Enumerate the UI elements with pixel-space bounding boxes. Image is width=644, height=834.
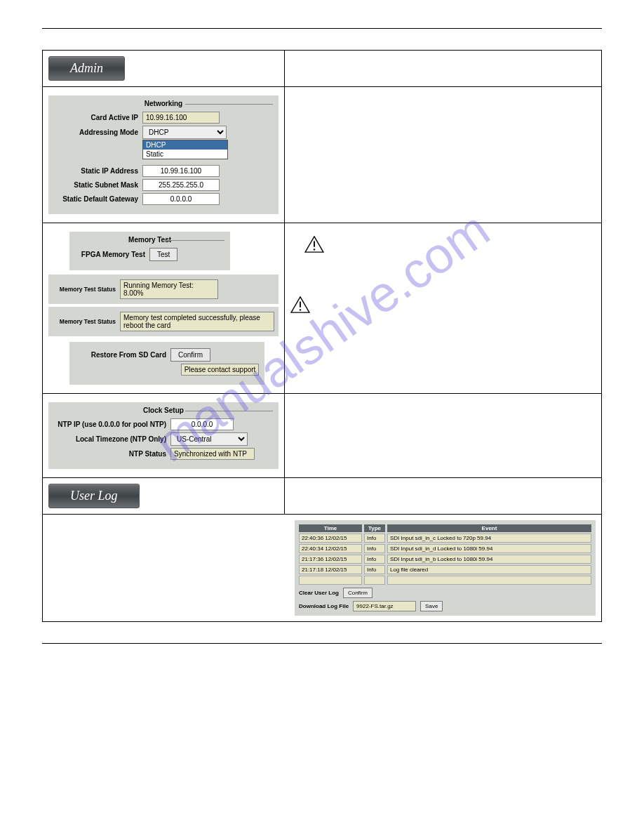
memory-status2-value: Memory test completed successfully, plea… (120, 312, 274, 331)
memory-status1-label: Memory Test Status (53, 286, 116, 293)
log-cell-type (364, 576, 385, 585)
clock-cell: Clock Setup NTP IP (use 0.0.0.0 for pool… (43, 394, 285, 478)
gateway-input[interactable] (142, 193, 220, 205)
content-table: Admin Networking Card Active IP 10.99.16… (42, 50, 602, 622)
log-row: 22:40:34 12/02/15 Info SDI Input sdi_in_… (299, 544, 591, 553)
memory-status2-panel: Memory Test Status Memory test completed… (48, 307, 279, 336)
subnet-input[interactable] (142, 179, 220, 191)
ntp-status-label: NTP Status (54, 450, 166, 458)
restore-confirm-button[interactable]: Confirm (170, 348, 210, 362)
log-cell-type: Info (364, 565, 385, 574)
clock-desc-cell (285, 394, 602, 478)
static-ip-input[interactable] (142, 165, 220, 177)
download-log-save-button[interactable]: Save (420, 601, 443, 611)
subnet-label: Static Subnet Mask (54, 181, 138, 189)
memory-heading: Memory Test (75, 236, 224, 244)
warning-icon (304, 236, 324, 253)
admin-tab-desc-cell (285, 51, 602, 87)
userlog-tab-cell: User Log (43, 478, 285, 515)
networking-heading: Networking (54, 100, 273, 107)
timezone-select[interactable]: US-Central (170, 432, 248, 446)
log-cell-event: Log file cleared (387, 565, 591, 574)
svg-point-1 (314, 249, 315, 250)
addressing-mode-option-static[interactable]: Static (143, 150, 227, 159)
ntp-ip-input[interactable] (170, 418, 234, 430)
log-cell-time: 22:40:34 12/02/15 (299, 544, 362, 553)
log-cell-event: SDI Input sdi_in_b Locked to 1080i 59.94 (387, 555, 591, 564)
ntp-status-value: Synchronized with NTP (170, 448, 255, 460)
restore-msg: Please contact support (181, 364, 260, 376)
clock-heading: Clock Setup (54, 406, 273, 414)
card-active-ip-value: 10.99.16.100 (142, 112, 220, 124)
card-active-ip-label: Card Active IP (54, 114, 138, 121)
download-log-label: Download Log File (299, 603, 349, 609)
static-ip-label: Static IP Address (54, 167, 138, 175)
log-cell-type: Info (364, 544, 385, 553)
userlog-panel: Time Type Event 22:40:36 12/02/15 Info S… (295, 520, 596, 616)
log-header-event: Event (387, 524, 591, 532)
memory-status1-value: Running Memory Test: 8.00% (120, 279, 218, 299)
restore-label: Restore From SD Card (75, 351, 166, 359)
log-header-time: Time (299, 524, 362, 532)
clock-panel: Clock Setup NTP IP (use 0.0.0.0 for pool… (48, 402, 279, 469)
addressing-mode-label: Addressing Mode (54, 128, 138, 136)
download-log-file: 9922-FS.tar.gz (353, 601, 416, 611)
svg-point-3 (300, 309, 301, 310)
fpga-label: FPGA Memory Test (75, 251, 145, 258)
memory-cell: Memory Test FPGA Memory Test Test Memory… (43, 223, 285, 394)
userlog-cell: Time Type Event 22:40:36 12/02/15 Info S… (43, 515, 602, 622)
log-row: 22:40:36 12/02/15 Info SDI Input sdi_in_… (299, 534, 591, 543)
warning-icon (290, 296, 310, 313)
clear-log-button[interactable]: Confirm (343, 588, 373, 598)
log-cell-event (387, 576, 591, 585)
memory-desc-cell (285, 223, 602, 394)
log-header-type: Type (364, 524, 385, 532)
gateway-label: Static Default Gateway (54, 195, 138, 203)
test-button[interactable]: Test (149, 248, 177, 261)
log-cell-event: SDI Input sdi_in_d Locked to 1080i 59.94 (387, 544, 591, 553)
log-cell-time: 21:17:36 12/02/15 (299, 555, 362, 564)
addressing-mode-option-dhcp[interactable]: DHCP (143, 140, 227, 150)
top-rule (42, 28, 602, 29)
addressing-mode-dropdown[interactable]: DHCP Static (142, 140, 228, 159)
log-cell-time: 22:40:36 12/02/15 (299, 534, 362, 543)
timezone-label: Local Timezone (NTP Only) (54, 435, 166, 443)
admin-tab-cell: Admin (43, 51, 285, 87)
memory-status2-label: Memory Test Status (53, 318, 116, 325)
ntp-ip-label: NTP IP (use 0.0.0.0 for pool NTP) (54, 421, 166, 428)
log-cell-time: 21:17:18 12/02/15 (299, 565, 362, 574)
admin-tab[interactable]: Admin (48, 56, 125, 81)
networking-desc-cell (285, 87, 602, 223)
log-cell-type: Info (364, 534, 385, 543)
log-row: 21:17:18 12/02/15 Info Log file cleared (299, 565, 591, 574)
addressing-mode-select[interactable]: DHCP (142, 126, 227, 139)
memory-test-panel: Memory Test FPGA Memory Test Test (69, 232, 230, 270)
clear-log-label: Clear User Log (299, 590, 339, 596)
memory-status1-panel: Memory Test Status Running Memory Test: … (48, 274, 279, 304)
userlog-tab-desc-cell (285, 478, 602, 515)
networking-panel: Networking Card Active IP 10.99.16.100 A… (48, 95, 279, 214)
log-header: Time Type Event (299, 524, 591, 532)
restore-panel: Restore From SD Card Confirm Please cont… (69, 342, 264, 385)
log-cell-time (299, 576, 362, 585)
userlog-tab[interactable]: User Log (48, 484, 140, 508)
log-row-empty (299, 576, 591, 585)
log-cell-type: Info (364, 555, 385, 564)
log-row: 21:17:36 12/02/15 Info SDI Input sdi_in_… (299, 555, 591, 564)
log-cell-event: SDI Input sdi_in_c Locked to 720p 59.94 (387, 534, 591, 543)
bottom-rule (42, 643, 602, 644)
networking-cell: Networking Card Active IP 10.99.16.100 A… (43, 87, 285, 223)
